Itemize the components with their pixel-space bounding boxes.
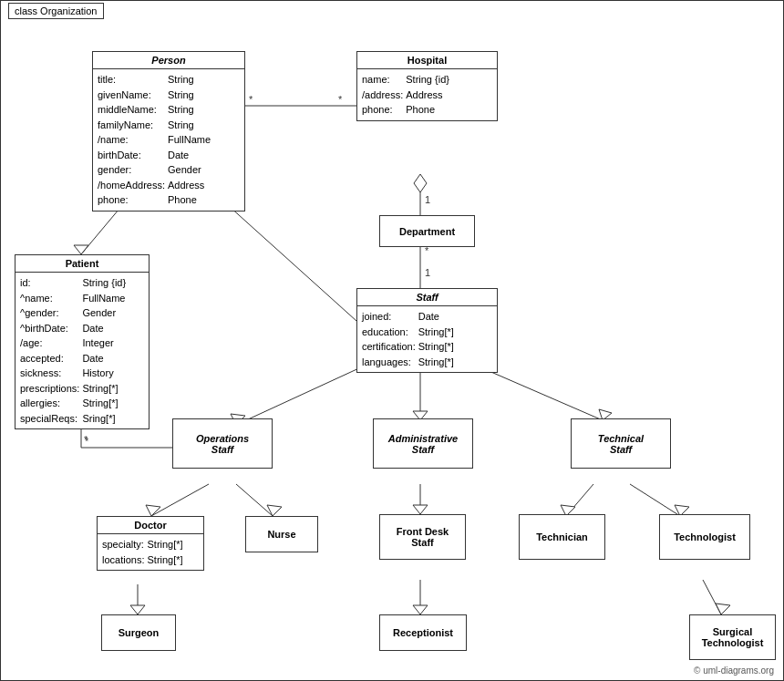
doctor-title: Doctor (98, 517, 203, 534)
operations-staff-label: OperationsStaff (196, 433, 249, 455)
technician-class: Technician (519, 514, 605, 560)
administrative-staff-class: AdministrativeStaff (373, 418, 473, 469)
doctor-body: specialty:String[*] locations:String[*] (98, 534, 203, 570)
svg-line-28 (236, 484, 273, 516)
svg-marker-39 (413, 605, 428, 614)
hospital-class: Hospital name:String {id} /address:Addre… (356, 51, 498, 121)
technician-label: Technician (536, 531, 588, 542)
svg-line-40 (703, 580, 721, 614)
receptionist-label: Receptionist (393, 627, 453, 638)
copyright: © uml-diagrams.org (694, 666, 774, 676)
diagram-container: class Organization * * 1 * 1 * * (0, 0, 784, 681)
surgeon-class: Surgeon (101, 614, 176, 651)
technical-staff-label: TechnicalStaff (598, 433, 644, 455)
front-desk-staff-label: Front DeskStaff (397, 526, 449, 548)
person-title: Person (93, 52, 244, 69)
svg-marker-3 (414, 174, 427, 192)
svg-marker-13 (74, 245, 88, 254)
staff-title: Staff (357, 289, 497, 306)
svg-marker-31 (413, 505, 428, 514)
front-desk-staff-class: Front DeskStaff (379, 514, 466, 560)
svg-text:1: 1 (425, 194, 430, 205)
svg-marker-29 (267, 505, 282, 516)
svg-text:1: 1 (425, 267, 430, 278)
nurse-class: Nurse (245, 516, 318, 552)
hospital-title: Hospital (357, 52, 497, 69)
patient-class: Patient id:String {id} ^name:FullName ^g… (15, 254, 150, 429)
department-label: Department (399, 226, 455, 237)
department-class: Department (379, 215, 475, 247)
staff-body: joined:Date education:String[*] certific… (357, 306, 497, 372)
patient-body: id:String {id} ^name:FullName ^gender:Ge… (15, 273, 149, 428)
person-body: title:String givenName:String middleName… (93, 69, 244, 211)
surgical-technologist-class: SurgicalTechnologist (689, 614, 776, 660)
staff-class: Staff joined:Date education:String[*] ce… (356, 288, 498, 373)
surgeon-label: Surgeon (119, 627, 160, 638)
svg-marker-41 (716, 604, 730, 614)
svg-line-32 (566, 484, 593, 516)
technologist-label: Technologist (674, 531, 736, 542)
technical-staff-class: TechnicalStaff (571, 418, 671, 469)
svg-marker-27 (146, 505, 160, 516)
operations-staff-class: OperationsStaff (172, 418, 273, 469)
svg-text:*: * (249, 94, 253, 105)
svg-text:*: * (84, 434, 88, 445)
svg-line-26 (151, 484, 209, 516)
doctor-class: Doctor specialty:String[*] locations:Str… (97, 516, 204, 571)
svg-text:*: * (85, 436, 89, 447)
diagram-title: class Organization (8, 3, 104, 19)
hospital-body: name:String {id} /address:Address phone:… (357, 69, 497, 120)
receptionist-class: Receptionist (379, 614, 467, 651)
patient-title: Patient (15, 255, 149, 273)
svg-text:*: * (338, 94, 343, 105)
svg-line-20 (236, 361, 375, 425)
person-class: Person title:String givenName:String mid… (92, 51, 245, 212)
nurse-label: Nurse (267, 529, 295, 540)
surgical-technologist-label: SurgicalTechnologist (702, 626, 764, 648)
svg-line-34 (630, 484, 680, 516)
svg-marker-37 (130, 605, 145, 614)
administrative-staff-label: AdministrativeStaff (388, 433, 458, 455)
technologist-class: Technologist (659, 514, 750, 560)
